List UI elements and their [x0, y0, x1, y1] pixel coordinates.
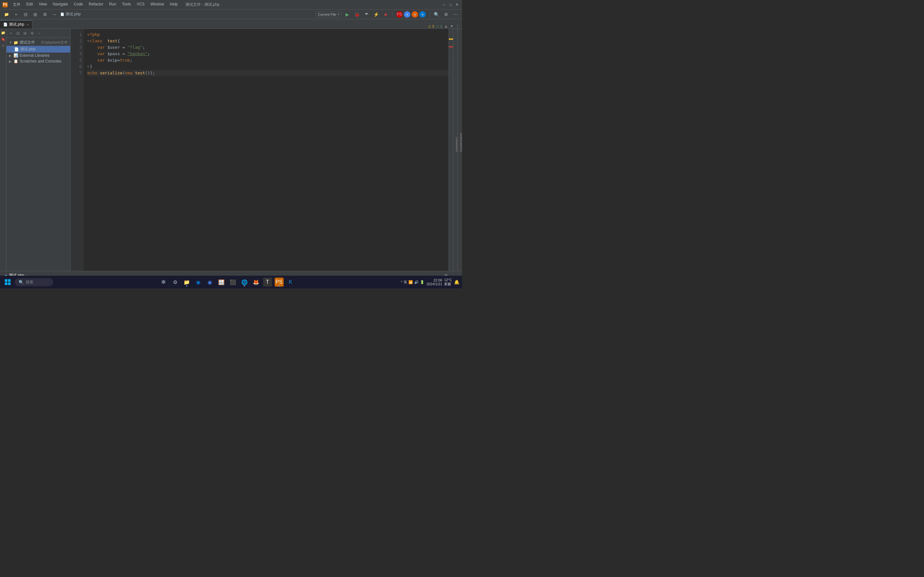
add-button[interactable]: + — [12, 11, 20, 18]
structure-icon[interactable]: ≡ — [1, 43, 6, 48]
menu-bar: 文件 Edit View Navigate Code Refactor Run … — [10, 1, 180, 8]
tree-item-external[interactable]: ▶ 📊 External Libraries — [6, 53, 70, 58]
coverage-button[interactable]: ☂ — [363, 11, 370, 18]
warnings-indicator[interactable]: ⚠ 3 ✓ 1 — [428, 24, 442, 29]
project-icon[interactable]: 📁 — [3, 11, 10, 18]
menu-refactor[interactable]: Refactor — [86, 1, 106, 8]
arrow-up-button[interactable]: ▲ — [444, 24, 448, 29]
phpstorm-browser-icon[interactable]: PS — [396, 11, 403, 18]
taskbar-browser2[interactable]: ◉ — [205, 277, 215, 287]
menu-window[interactable]: Window — [148, 1, 167, 8]
taskbar-explorer[interactable]: 📁 — [182, 277, 192, 287]
start-button[interactable] — [3, 277, 13, 287]
tab-more-button[interactable]: ⋮ — [456, 24, 459, 29]
tree-root-folder[interactable]: ▼ 📁 测试文件 D:\phpstorm文件 — [6, 39, 70, 46]
battery-icon[interactable]: 🔋 — [420, 280, 425, 284]
taskbar-app-t[interactable]: T — [262, 277, 273, 287]
code-line-4: var $pass = "benben" ; — [87, 51, 449, 57]
menu-tools[interactable]: Tools — [120, 1, 134, 8]
taskbar-chrome[interactable]: 🌐 — [239, 277, 250, 287]
tree-item-scratches[interactable]: ▶ 📋 Scratches and Consoles — [6, 58, 70, 64]
project-view-icon[interactable]: 📁 — [1, 30, 6, 35]
stop-button[interactable]: ■ — [382, 11, 389, 18]
bookmarks-icon[interactable]: 🔖 — [1, 37, 6, 42]
menu-help[interactable]: Help — [167, 1, 180, 8]
notifications-panel[interactable]: Notifications — [457, 29, 462, 271]
menu-navigate[interactable]: Navigate — [50, 1, 70, 8]
tree-item-php[interactable]: 📄 测试.php — [6, 46, 70, 53]
browser2-icon: ◉ — [208, 279, 212, 285]
minimize-button[interactable]: ─ — [441, 2, 447, 7]
clock[interactable]: 22:06 2024/1/21 — [426, 278, 442, 286]
taskbar-kde[interactable]: K — [286, 277, 296, 287]
profile-button[interactable]: ⚡ — [372, 11, 380, 18]
semi2: ; — [148, 51, 150, 57]
run-config-selector[interactable]: Current File ▾ — [316, 11, 341, 17]
taskbar-phpstorm[interactable]: PS — [274, 277, 284, 287]
paren-open: ( — [123, 70, 125, 76]
menu-run[interactable]: Run — [107, 1, 119, 8]
debug-button[interactable]: 🐞 — [353, 11, 360, 18]
more-options-button[interactable]: ⋯ — [452, 11, 459, 18]
time-display: 22:06 — [426, 278, 442, 282]
expand-button[interactable]: ⊞ — [31, 11, 39, 18]
lang-indicator[interactable]: 英 — [404, 280, 407, 285]
edge-icon[interactable]: ● — [419, 11, 426, 18]
database-panel[interactable]: Database — [453, 29, 457, 271]
maximize-button[interactable]: □ — [448, 2, 453, 7]
space6 — [132, 70, 135, 76]
settings-icon: ⚙ — [173, 279, 178, 285]
taskbar-weather[interactable]: ❄ — [158, 277, 169, 287]
settings-gear-icon[interactable]: ⚙ — [41, 11, 49, 18]
fold-marker-2[interactable]: ▼ — [87, 38, 89, 44]
menu-vcs[interactable]: VCS — [134, 1, 147, 8]
code-editor[interactable]: <?php ▼ class test { var $user — [83, 29, 449, 271]
new-keyword: new — [125, 70, 132, 76]
editor-content: 1 2 3 4 5 6 7 <?php ▼ class — [71, 29, 453, 271]
file-tab-active[interactable]: 📄 测试.php × — [0, 20, 32, 29]
editor-wrapper[interactable]: 1 2 3 4 5 6 7 <?php ▼ class — [71, 29, 449, 271]
fold-marker-6[interactable]: ▼ — [87, 63, 89, 70]
class-keyword: class — [90, 38, 102, 44]
run-button[interactable]: ▶ — [343, 11, 351, 18]
app-active-dot — [186, 285, 187, 287]
equals2: = — [120, 51, 128, 57]
wifi-icon[interactable]: 📶 — [409, 280, 413, 284]
taskbar-store[interactable]: 🪟 — [216, 277, 226, 287]
tab-bar: 📄 测试.php × ⚠ 3 ✓ 1 ▲ ▼ ⋮ — [0, 19, 462, 29]
close-button[interactable]: ✕ — [454, 2, 459, 7]
firefox-icon[interactable]: ● — [412, 11, 418, 18]
panel-minimize-button[interactable]: ─ — [36, 30, 42, 37]
chrome-icon[interactable]: ● — [404, 11, 410, 18]
menu-file[interactable]: 文件 — [10, 1, 23, 8]
panel-settings-button[interactable]: ⚙ — [29, 30, 35, 37]
title-bar: PS 文件 Edit View Navigate Code Refactor R… — [0, 0, 462, 10]
taskbar-terminal-app[interactable]: ⬛ — [228, 277, 238, 287]
taskbar-settings[interactable]: ⚙ — [170, 277, 180, 287]
settings-main-button[interactable]: ⚙ — [442, 11, 450, 18]
menu-edit[interactable]: Edit — [24, 1, 36, 8]
notification-bell-icon[interactable]: 🔔 — [454, 279, 459, 285]
indent-3 — [87, 44, 97, 51]
space — [102, 38, 107, 44]
taskbar-firefox[interactable]: 🦊 — [251, 277, 261, 287]
menu-view[interactable]: View — [36, 1, 50, 8]
close-panel-button[interactable]: ─ — [51, 11, 58, 18]
space2 — [105, 44, 107, 51]
search-everywhere-button[interactable]: 🔍 — [433, 11, 440, 18]
ok-count: 1 — [440, 24, 442, 28]
serialize-fn: serialize — [100, 70, 122, 76]
volume-icon[interactable]: 🔊 — [414, 280, 419, 284]
menu-code[interactable]: Code — [71, 1, 86, 8]
panel-add-button[interactable]: + — [8, 30, 14, 37]
arrow-down-button[interactable]: ▼ — [450, 24, 454, 29]
collapse-button[interactable]: ⊟ — [22, 11, 29, 18]
tray-expand-icon[interactable]: ^ — [401, 280, 402, 284]
panel-expand-button[interactable]: ⊞ — [22, 30, 28, 37]
tab-close-button[interactable]: × — [27, 23, 29, 27]
taskbar-edge[interactable]: ◉ — [193, 277, 204, 287]
taskbar-search[interactable]: 🔍 搜索 — [15, 278, 53, 286]
panel-collapse-button[interactable]: ⊟ — [15, 30, 21, 37]
library-icon: 📊 — [13, 53, 18, 58]
class-name-test2: test — [135, 70, 145, 76]
